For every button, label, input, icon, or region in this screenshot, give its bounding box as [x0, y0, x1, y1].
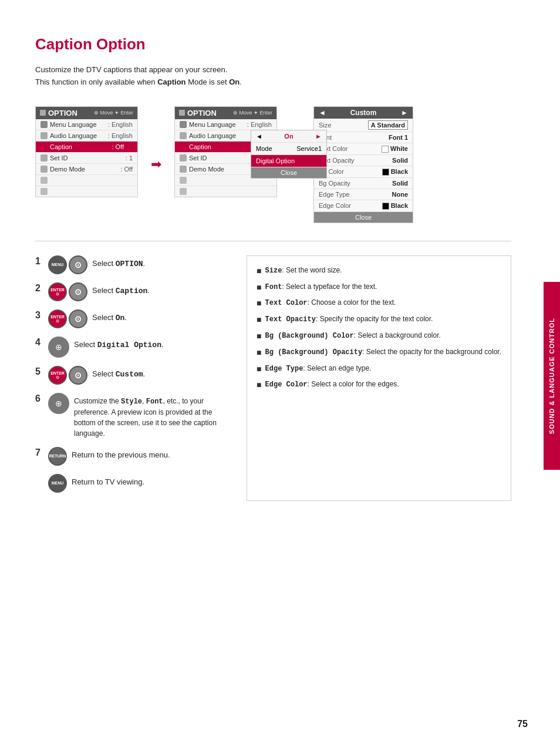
menu-panel-1: OPTION ⊕ Move ✦ Enter Menu Language : En…	[35, 106, 138, 197]
step-6-num: 6	[35, 394, 43, 403]
step-3-icons: ENTER⊙ ⊙	[48, 309, 87, 328]
nav-button-5[interactable]: ⊙	[69, 366, 87, 385]
settings-custom-label: Custom	[350, 109, 377, 117]
menu1-row-blank2	[36, 186, 137, 197]
caption-highlight: Caption	[157, 78, 185, 86]
settings-edge-color-row: Edge Color Black	[314, 200, 413, 212]
popup-mode-row: Mode Service1	[251, 143, 326, 155]
menu-panel-2-container: OPTION ⊕ Move ✦ Enter Menu Language : En…	[174, 106, 277, 197]
settings-close[interactable]: Close	[314, 212, 413, 223]
menu1-row-blank1	[36, 175, 137, 186]
page-number: 75	[517, 719, 528, 729]
menu1-row-audio-lang: Audio Language : English	[36, 130, 137, 142]
intro-line1: Customize the DTV captions that appear o…	[35, 64, 511, 76]
side-tab-label: SOUND & LANGUAGE CONTROL	[548, 318, 555, 434]
settings-text-color-row: Text Color White	[314, 143, 413, 155]
step-7: 7 RETURN Return to the previous menu.	[35, 447, 229, 466]
step-2-num: 2	[35, 284, 43, 293]
tv-button[interactable]: MENU	[48, 474, 67, 493]
on-highlight: On	[229, 78, 239, 86]
popup-panel: ◄ On ► Mode Service1 Digital Option Clos…	[251, 130, 327, 179]
step-7-num: 7	[35, 448, 43, 457]
caption-popup: ◄ On ► Mode Service1 Digital Option Clos…	[251, 130, 327, 179]
enter-button-3[interactable]: ENTER⊙	[48, 309, 67, 328]
step-3-label: Select On.	[92, 309, 127, 324]
step-5-icons: ENTER⊙ ⊙	[48, 366, 87, 385]
step-7-icons: RETURN	[48, 447, 67, 466]
settings-edge-type-row: Edge Type None	[314, 189, 413, 200]
return-button[interactable]: RETURN	[48, 447, 67, 466]
tip-edge-color: ■ Edge Color: Select a color for the edg…	[257, 378, 501, 392]
step-3: 3 ENTER⊙ ⊙ Select On.	[35, 309, 229, 328]
popup-on-row: ◄ On ►	[251, 130, 326, 143]
step-2-label: Select Caption.	[92, 282, 150, 297]
menu2-title: OPTION	[187, 109, 217, 117]
enter-button-5[interactable]: ENTER⊙	[48, 366, 67, 385]
section-divider	[35, 241, 511, 241]
popup-digital-row: Digital Option	[251, 155, 326, 167]
step-4-label: Select Digital Option.	[74, 337, 164, 351]
tips-box: ■ Size: Set the word size. ■ Font: Selec…	[247, 255, 511, 501]
menu2-move-enter: ⊕ Move ✦ Enter	[233, 110, 272, 116]
tip-size: ■ Size: Set the word size.	[257, 264, 501, 278]
settings-size-row: Size A Standard	[314, 119, 413, 132]
enter-button-2[interactable]: ENTER⊙	[48, 282, 67, 301]
menu-button-1[interactable]: MENU	[48, 255, 67, 274]
step-1-icons: MENU ⊙	[48, 255, 87, 274]
step-2-icons: ENTER⊙ ⊙	[48, 282, 87, 301]
step-4: 4 ⊕ Select Digital Option.	[35, 337, 229, 358]
menu2-header: OPTION ⊕ Move ✦ Enter	[175, 107, 276, 119]
menu1-row-caption: Caption : Off	[36, 142, 137, 153]
page-title: Caption Option	[35, 35, 511, 53]
font-value: Font 1	[389, 134, 408, 141]
step-1-num: 1	[35, 257, 43, 266]
tip-text-color: ■ Text Color: Choose a color for the tex…	[257, 297, 501, 311]
size-value: A Standard	[368, 120, 408, 130]
step-1: 1 MENU ⊙ Select OPTION.	[35, 255, 229, 274]
step-5-num: 5	[35, 367, 43, 376]
nav4way-button-4[interactable]: ⊕	[48, 337, 69, 358]
nav4way-button-6[interactable]: ⊕	[48, 393, 69, 414]
step-6-icons: ⊕	[48, 393, 69, 414]
step-1-label: Select OPTION.	[92, 255, 145, 270]
nav-button-3[interactable]: ⊙	[69, 309, 87, 328]
step-5-label: Select Custom.	[92, 366, 145, 381]
step-4-num: 4	[35, 338, 43, 347]
menu1-header: OPTION ⊕ Move ✦ Enter	[36, 107, 137, 119]
intro-line2: This function in only available when Cap…	[35, 76, 511, 89]
menu1-move-enter: ⊕ Move ✦ Enter	[94, 110, 133, 116]
tip-bg-opacity: ■ Bg (Background) Opacity: Select the op…	[257, 346, 501, 360]
settings-bg-opacity-row: Bg Opacity Solid	[314, 178, 413, 189]
step-7-label: Return to the previous menu.	[72, 447, 170, 461]
step-4-icons: ⊕	[48, 337, 69, 358]
settings-nav-left: ◄	[319, 109, 326, 117]
intro-text: Customize the DTV captions that appear o…	[35, 64, 511, 89]
menu1-row-demo: Demo Mode : Off	[36, 164, 137, 175]
menu2-row-menu-lang: Menu Language : English	[175, 119, 276, 130]
menu1-title: OPTION	[48, 109, 77, 117]
nav-button-1[interactable]: ⊙	[69, 255, 87, 274]
settings-bg-color-row: Bg Color Black	[314, 166, 413, 178]
menu2-row-blank2	[175, 186, 276, 197]
arrow-1: ➡	[151, 157, 161, 172]
step-tv-icons: MENU	[48, 474, 67, 493]
main-content: Caption Option Customize the DTV caption…	[0, 0, 544, 524]
settings-text-opacity-row: Text Opacity Solid	[314, 155, 413, 166]
step-tv-label: Return to TV viewing.	[72, 474, 144, 488]
tip-bg-color: ■ Bg (Background) Color: Select a backgr…	[257, 329, 501, 344]
settings-header: ◄ Custom ►	[314, 107, 413, 119]
side-tab: SOUND & LANGUAGE CONTROL	[544, 282, 560, 470]
menu1-row-setid: Set ID : 1	[36, 153, 137, 164]
settings-panel: ◄ Custom ► Size A Standard Font Font 1 T…	[313, 106, 413, 223]
step-5: 5 ENTER⊙ ⊙ Select Custom.	[35, 366, 229, 385]
tip-text-opacity: ■ Text Opacity: Specify the opacity for …	[257, 313, 501, 327]
steps-section: 1 MENU ⊙ Select OPTION. 2 ENTER⊙ ⊙ Selec…	[35, 255, 511, 501]
nav-button-2[interactable]: ⊙	[69, 282, 87, 301]
popup-close[interactable]: Close	[251, 167, 326, 178]
step-tv: MENU Return to TV viewing.	[35, 474, 229, 493]
tip-edge-type: ■ Edge Type: Select an edge type.	[257, 362, 501, 376]
screenshots-row: OPTION ⊕ Move ✦ Enter Menu Language : En…	[35, 106, 511, 223]
step-3-num: 3	[35, 311, 43, 320]
step-2: 2 ENTER⊙ ⊙ Select Caption.	[35, 282, 229, 301]
tip-font: ■ Font: Select a typeface for the text.	[257, 281, 501, 295]
